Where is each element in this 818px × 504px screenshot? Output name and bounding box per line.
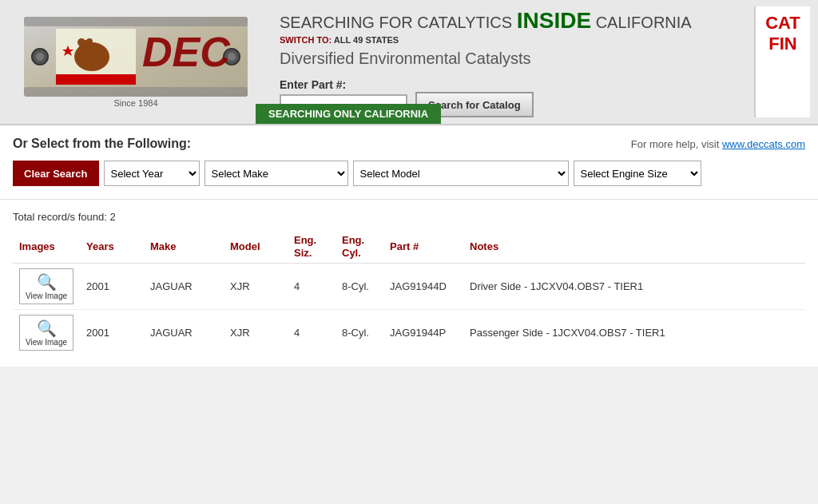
help-link[interactable]: www.deccats.com — [722, 138, 805, 150]
header: DEC Since 1984 SEARCHING FOR CATALYTICS … — [0, 0, 818, 125]
svg-text:DEC: DEC — [142, 29, 231, 75]
center-area: SEARCHING FOR CATALYTICS INSIDE CALIFORN… — [264, 6, 746, 117]
col-images: Images — [13, 231, 80, 263]
view-image-button-1[interactable]: 🔍 View Image — [19, 268, 73, 304]
table-body: 🔍 View Image 2001 JAGUAR XJR 4 8-Cyl. JA… — [13, 263, 805, 355]
cell-notes-2: Passenger Side - 1JCXV04.OBS7 - TIER1 — [463, 309, 805, 355]
dec-name: Diversified Environmental Catalysts — [280, 50, 531, 68]
cat-label: CAT — [765, 13, 800, 34]
cat-fin-box: CAT FIN — [754, 6, 810, 117]
cell-engcyl-2: 8-Cyl. — [336, 309, 383, 355]
select-from-title: Or Select from the Following: — [13, 137, 191, 151]
svg-point-4 — [36, 53, 44, 61]
col-make: Make — [144, 231, 224, 263]
view-label-1: View Image — [26, 292, 67, 300]
svg-point-11 — [77, 38, 85, 46]
results-section: Total record/s found: 2 Images Years Mak… — [0, 200, 818, 366]
search-controls: Clear Search Select Year Select Make Sel… — [13, 161, 805, 186]
table-header: Images Years Make Model Eng. Siz. Eng. C… — [13, 231, 805, 263]
cell-make-2: JAGUAR — [144, 309, 224, 355]
help-text: For more help, visit www.deccats.com — [631, 138, 805, 150]
cell-image-1: 🔍 View Image — [13, 263, 80, 309]
logo-since: Since 1984 — [113, 98, 157, 108]
results-table: Images Years Make Model Eng. Siz. Eng. C… — [13, 231, 805, 355]
magnify-icon-2: 🔍 — [37, 319, 57, 338]
logo-image: DEC — [24, 17, 248, 97]
svg-rect-8 — [56, 74, 136, 85]
fin-label: FIN — [768, 34, 796, 54]
col-years: Years — [80, 231, 144, 263]
svg-rect-1 — [24, 17, 248, 26]
header-row: Images Years Make Model Eng. Siz. Eng. C… — [13, 231, 805, 263]
cell-engsiz-1: 4 — [288, 263, 336, 309]
col-part-num: Part # — [383, 231, 463, 263]
view-image-button-2[interactable]: 🔍 View Image — [19, 315, 73, 351]
part-label: Enter Part #: — [280, 78, 407, 91]
searching-label: SEARCHING FOR CATALYTICS — [280, 14, 512, 31]
cell-partnum-2: JAG91944P — [383, 309, 463, 355]
magnify-icon-1: 🔍 — [37, 272, 57, 292]
cell-engsiz-2: 4 — [288, 309, 336, 355]
select-engine-dropdown[interactable]: Select Engine Size — [574, 161, 701, 186]
search-section: Or Select from the Following: For more h… — [0, 125, 818, 200]
col-eng-siz: Eng. Siz. — [288, 231, 336, 263]
cell-model-1: XJR — [224, 263, 288, 309]
cell-year-2: 2001 — [80, 309, 144, 355]
search-top: Or Select from the Following: For more h… — [13, 137, 805, 151]
svg-point-12 — [86, 38, 93, 45]
logo-area: DEC Since 1984 — [8, 17, 264, 108]
switch-to-label: SWITCH TO: — [280, 35, 332, 45]
clear-search-button[interactable]: Clear Search — [13, 161, 99, 186]
california-label: CALIFORNIA — [596, 14, 692, 31]
cell-make-1: JAGUAR — [144, 263, 224, 309]
table-row: 🔍 View Image 2001 JAGUAR XJR 4 8-Cyl. JA… — [13, 263, 805, 309]
col-model: Model — [224, 231, 288, 263]
select-year-dropdown[interactable]: Select Year — [104, 161, 200, 186]
searching-title: SEARCHING FOR CATALYTICS INSIDE CALIFORN… — [280, 6, 692, 35]
searching-only-banner: SEARCHING ONLY CALIFORNIA — [256, 104, 441, 124]
cell-partnum-1: JAG91944D — [383, 263, 463, 309]
switch-to-value: ALL 49 STATES — [334, 35, 399, 45]
cell-notes-1: Driver Side - 1JCXV04.OBS7 - TIER1 — [463, 263, 805, 309]
col-notes: Notes — [463, 231, 805, 263]
table-row: 🔍 View Image 2001 JAGUAR XJR 4 8-Cyl. JA… — [13, 309, 805, 355]
cell-year-1: 2001 — [80, 263, 144, 309]
cell-engcyl-1: 8-Cyl. — [336, 263, 383, 309]
inside-label: INSIDE — [517, 8, 591, 33]
svg-rect-2 — [24, 87, 248, 97]
switch-to: SWITCH TO: ALL 49 STATES — [280, 35, 399, 45]
col-eng-cyl: Eng. Cyl. — [336, 231, 383, 263]
total-records: Total record/s found: 2 — [13, 211, 805, 223]
view-label-2: View Image — [26, 338, 67, 347]
cell-image-2: 🔍 View Image — [13, 309, 80, 355]
cell-model-2: XJR — [224, 309, 288, 355]
select-model-dropdown[interactable]: Select Model — [353, 161, 569, 186]
select-make-dropdown[interactable]: Select Make — [204, 161, 348, 186]
logo-svg: DEC — [24, 17, 248, 97]
